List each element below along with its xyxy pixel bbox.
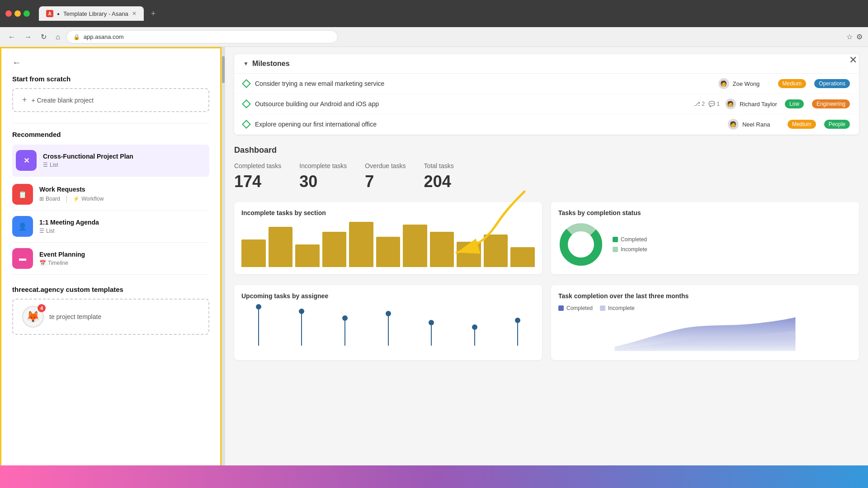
stat-label: Overdue tasks	[365, 162, 406, 169]
lollipop	[285, 309, 319, 346]
bar	[510, 247, 535, 267]
template-meta: ☰ List	[39, 228, 209, 234]
template-meta: 📅 Timeline	[39, 260, 209, 266]
milestone-assignee: 🧑 Richard Taylor	[725, 99, 779, 109]
bar	[457, 242, 481, 267]
legend-completed-label-2: Completed	[566, 305, 593, 311]
bar	[484, 235, 508, 267]
chart-title: Upcoming tasks by assignee	[241, 292, 535, 300]
home-button[interactable]: ⌂	[53, 31, 63, 43]
lollipop-circle	[342, 315, 348, 321]
close-button[interactable]: ✕	[849, 54, 857, 66]
donut-svg	[558, 222, 604, 267]
template-meta: ⊞ Board | ⚡ Workflow	[39, 195, 209, 203]
priority-badge: Medium	[788, 120, 816, 129]
area-chart-legend: Completed Incomplete	[558, 305, 852, 311]
board-icon: ⊞	[39, 196, 44, 202]
lollipop-stick	[517, 323, 518, 346]
lollipop-circle	[386, 311, 391, 316]
lollipop-circle	[515, 318, 520, 323]
back-button[interactable]: ←	[5, 31, 18, 43]
bar	[430, 232, 454, 267]
browser-chrome: A ● Template Library - Asana ✕ +	[0, 0, 868, 27]
lollipop-circle	[472, 324, 477, 330]
milestone-text: Consider trying a new email marketing se…	[255, 80, 713, 87]
tab-close[interactable]: ✕	[132, 10, 137, 17]
scroll-indicator[interactable]	[222, 47, 225, 488]
list-item[interactable]: 📋 Work Requests ⊞ Board | ⚡ Workflow	[12, 178, 209, 211]
extensions-button[interactable]: ⚙	[856, 33, 863, 41]
comment-icon: 💬 1	[708, 101, 720, 107]
milestone-text: Outsource building our Android and iOS a…	[255, 100, 689, 108]
tab-title: Template Library - Asana	[63, 10, 128, 17]
donut-legend: Completed Incomplete	[613, 236, 647, 253]
create-blank-button[interactable]: + + Create blank project	[12, 88, 209, 112]
assignee-avatar: 🧑	[725, 99, 736, 109]
scratch-section: Start from scratch + + Create blank proj…	[12, 75, 209, 112]
meta-list: ☰ List	[39, 228, 55, 234]
dot-red[interactable]	[5, 10, 12, 17]
stat-completed: Completed tasks 174	[234, 162, 281, 191]
workflow-icon: ⚡	[73, 196, 80, 202]
template-info: Event Planning 📅 Timeline	[39, 251, 209, 266]
template-icon-meeting: 👤	[12, 216, 33, 237]
asana-background: ✕ ▼ Milestones Consider trying a new ema…	[222, 47, 868, 488]
upcoming-tasks-chart: Upcoming tasks by assignee	[234, 285, 542, 360]
bookmarks-button[interactable]: ☆	[846, 33, 853, 41]
lollipop	[414, 320, 448, 346]
list-item[interactable]: ▬ Event Planning 📅 Timeline	[12, 243, 209, 275]
meta-board-label: Board	[46, 196, 60, 202]
address-bar[interactable]: 🔒 app.asana.com	[66, 30, 338, 43]
list-icon: ☰	[43, 162, 48, 168]
donut-container: Completed Incomplete	[558, 222, 852, 267]
lollipop	[500, 318, 535, 346]
stat-value: 7	[365, 172, 406, 191]
meta-sep: |	[66, 195, 67, 203]
nav-bar: ← → ↻ ⌂ 🔒 app.asana.com ☆ ⚙	[0, 27, 868, 47]
list-icon: ☰	[39, 228, 44, 234]
template-info: 1:1 Meeting Agenda ☰ List	[39, 219, 209, 234]
milestone-assignee: 🧑 Neel Rana	[728, 119, 782, 130]
avatar-img: 🦊	[26, 310, 40, 323]
template-name: 1:1 Meeting Agenda	[39, 219, 209, 226]
template-name: Cross-Functional Project Plan	[43, 153, 206, 160]
legend-completed-2: Completed	[558, 305, 593, 311]
completion-status-chart: Tasks by completion status Completed	[551, 202, 859, 274]
refresh-button[interactable]: ↻	[38, 31, 49, 43]
scratch-title: Start from scratch	[12, 75, 209, 83]
milestone-diamond-icon	[242, 79, 251, 88]
milestone-assignee: 🧑 Zoe Wong	[718, 78, 773, 89]
forward-button[interactable]: →	[22, 31, 34, 43]
stat-label: Total tasks	[424, 162, 454, 169]
stat-incomplete: Incomplete tasks 30	[299, 162, 347, 191]
dot-green[interactable]	[24, 10, 30, 17]
milestones-title: Milestones	[252, 60, 290, 68]
list-item[interactable]: ✕ Cross-Functional Project Plan ☰ List	[12, 145, 209, 177]
chart-title: Tasks by completion status	[558, 209, 852, 216]
dot-yellow[interactable]	[14, 10, 21, 17]
stat-overdue: Overdue tasks 7	[365, 162, 406, 191]
stat-total: Total tasks 204	[424, 162, 454, 191]
browser-tab[interactable]: A ● Template Library - Asana ✕	[39, 6, 144, 21]
lollipop-circle	[256, 304, 261, 310]
list-item[interactable]: 👤 1:1 Meeting Agenda ☰ List	[12, 211, 209, 243]
template-name: Event Planning	[39, 251, 209, 258]
tag-badge: Engineering	[812, 99, 850, 108]
legend-dot-lightblue	[600, 305, 605, 311]
panel-back-button[interactable]: ←	[12, 57, 21, 68]
panel-header: ←	[1, 48, 220, 75]
lollipop-circle	[429, 320, 434, 325]
plus-icon: +	[22, 95, 27, 105]
svg-point-2	[568, 232, 594, 257]
tag-badge: Operations	[814, 79, 850, 88]
custom-template-item[interactable]: 🦊 4 te project template	[12, 299, 209, 335]
lollipop-stick	[431, 325, 432, 346]
stat-label: Incomplete tasks	[299, 162, 347, 169]
recommended-label: Recommended	[12, 131, 209, 138]
template-info: Work Requests ⊞ Board | ⚡ Workflow	[39, 186, 209, 203]
meta-timeline-label: Timeline	[48, 260, 68, 266]
area-chart-svg	[558, 315, 852, 351]
legend-dot-green	[613, 237, 618, 242]
assignee-name: Richard Taylor	[740, 101, 777, 108]
new-tab-button[interactable]: +	[147, 7, 160, 20]
